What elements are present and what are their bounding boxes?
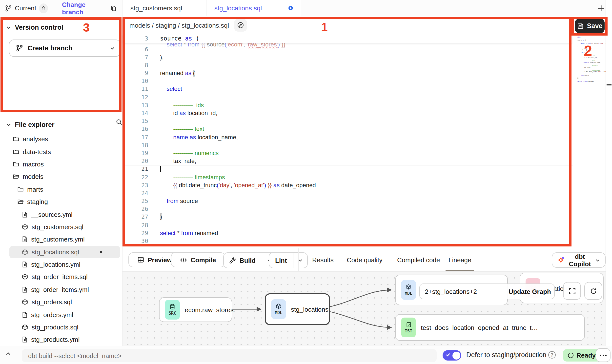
lint-button[interactable]: Lint [269, 252, 308, 268]
file-explorer-item[interactable]: marts [9, 183, 120, 196]
file-explorer-item[interactable]: stg_orders.sql [9, 296, 120, 308]
line-code: id as location_id, [160, 109, 217, 117]
line-code: from source [160, 197, 198, 205]
build-button[interactable]: Build [223, 252, 276, 268]
compile-button[interactable]: Compile [171, 252, 225, 267]
tab-lineage[interactable]: Lineage [449, 248, 471, 271]
file-explorer-item[interactable]: stg_customers.sql [9, 221, 120, 233]
new-tab-button[interactable] [597, 3, 607, 13]
code-line[interactable]: 7 ), [122, 53, 573, 61]
defer-toggle[interactable] [443, 350, 461, 361]
lineage-node-model[interactable]: MDL stg_locations [265, 293, 330, 325]
collapse-chevron-icon[interactable] [5, 351, 11, 357]
code-line[interactable]: 10 [122, 77, 573, 85]
lineage-node-test[interactable]: TST test_does_location_opened_at_trunc_t… [395, 314, 585, 341]
change-branch-link[interactable]: Change branch [62, 1, 104, 16]
update-graph-button[interactable]: Update Graph [505, 284, 554, 299]
file-explorer-item[interactable]: stg_locations.sql [9, 246, 120, 258]
refresh-button[interactable] [584, 282, 602, 300]
file-explorer-item[interactable]: models [9, 170, 120, 183]
code-line[interactable]: 13 ---------- ids [122, 101, 573, 109]
lineage-node-source[interactable]: SRC ecom.raw_stores [159, 297, 232, 322]
lineage-selector-input[interactable]: 2+stg_locations+2 [420, 284, 505, 299]
line-code: ---------- numerics [160, 149, 219, 157]
lint-dropdown-chevron[interactable] [293, 253, 307, 268]
search-icon[interactable] [116, 119, 122, 125]
code-line[interactable]: 17 name as location_name, [122, 133, 573, 141]
wrench-icon [229, 257, 236, 264]
copilot-icon [557, 256, 565, 264]
save-label: Save [587, 22, 602, 30]
file-explorer-item[interactable]: data-tests [9, 145, 120, 158]
code-line[interactable]: 16 ---------- text [122, 125, 573, 133]
line-number: 18 [122, 141, 148, 149]
code-line[interactable]: 9 renamed as ( [122, 69, 573, 77]
tab-stg-locations[interactable]: stg_locations.sql [206, 0, 301, 16]
file-explorer-item[interactable]: stg_order_items.yml [9, 283, 120, 296]
more-options-button[interactable] [596, 348, 611, 362]
file-label: marts [27, 186, 43, 193]
file-label: data-tests [23, 148, 51, 155]
code-line[interactable]: 11 select [122, 85, 573, 93]
create-branch-button[interactable]: Create branch [9, 40, 121, 57]
code-line[interactable]: 19 ---------- numerics [122, 149, 573, 157]
compass-icon[interactable] [234, 19, 247, 32]
code-line[interactable]: 21 [122, 165, 573, 173]
current-branch-label: Current [15, 4, 36, 12]
file-explorer-item[interactable]: stg_customers.yml [9, 233, 120, 246]
create-branch-main[interactable]: Create branch [9, 40, 104, 56]
code-line[interactable]: 24 [122, 189, 573, 197]
file-explorer-item[interactable]: stg_products.sql [9, 321, 120, 334]
code-line[interactable]: 27 ) [122, 213, 573, 221]
code-line[interactable]: 23 {{ dbt.date_trunc('day', 'opened_at')… [122, 181, 573, 189]
lineage-canvas[interactable]: MDL locations atio SRC ecom.raw_stores M… [122, 272, 606, 346]
file-explorer-header[interactable]: File explorer [0, 119, 128, 130]
code-line[interactable]: 8 [122, 61, 573, 69]
file-label: stg_order_items.yml [31, 286, 89, 293]
file-label: stg_locations.sql [32, 248, 79, 256]
tab-stg-customers[interactable]: stg_customers.sql [122, 0, 206, 16]
copy-icon[interactable] [110, 5, 117, 12]
code-line[interactable]: 18 [122, 141, 573, 149]
save-button[interactable]: Save [575, 19, 605, 33]
code-line[interactable]: 26 [122, 205, 573, 213]
file-explorer-item[interactable]: stg_locations.yml [9, 258, 120, 271]
code-line[interactable]: 22 ---------- timestamps [122, 173, 573, 181]
file-explorer-item[interactable]: staging [9, 196, 120, 208]
command-input[interactable]: dbt build --select <model_name> [22, 349, 437, 362]
sticky-line[interactable]: 3 source as ( [122, 34, 572, 43]
panel-drag-handle[interactable] [607, 84, 612, 85]
section-title: Version control [15, 23, 63, 31]
file-explorer-item[interactable]: macros [9, 158, 120, 171]
code-line[interactable]: 29 select * from renamed [122, 229, 573, 237]
code-line[interactable]: 15 [122, 117, 573, 125]
tab-compiled-code[interactable]: Compiled code [397, 248, 440, 271]
fullscreen-button[interactable] [563, 282, 581, 300]
code-line[interactable]: 14 id as location_id, [122, 109, 573, 117]
file-explorer-item[interactable]: __sources.yml [9, 208, 120, 221]
version-control-header[interactable]: Version control [0, 21, 128, 33]
lock-icon [39, 3, 48, 13]
tab-results[interactable]: Results [312, 248, 334, 271]
chevron-down-icon [6, 24, 11, 30]
code-line[interactable]: 30 [122, 237, 573, 245]
code-line[interactable]: 12 [122, 93, 573, 101]
file-explorer-item[interactable]: stg_order_items.sql [9, 271, 120, 283]
file-explorer-item[interactable]: analyses [9, 133, 120, 145]
file-explorer-item[interactable]: stg_orders.yml [9, 308, 120, 321]
model-cube-icon [22, 249, 28, 255]
code-line[interactable]: 25 from source [122, 197, 573, 205]
tab-label: stg_locations.sql [214, 4, 262, 12]
minimap[interactable]: with source as ( select * from {{ source… [577, 37, 606, 96]
tab-code-quality[interactable]: Code quality [347, 248, 383, 271]
code-line[interactable]: 28 [122, 221, 573, 229]
create-branch-dropdown[interactable] [104, 40, 120, 56]
help-icon[interactable]: ? [548, 351, 556, 359]
file-label: models [23, 173, 43, 181]
code-line[interactable]: 20 tax_rate, [122, 157, 573, 165]
toggle-knob [452, 351, 460, 359]
modified-dot-icon [100, 251, 102, 253]
file-explorer-item[interactable]: stg_products.yml [9, 334, 120, 346]
dbt-copilot-button[interactable]: dbt Copilot [552, 252, 606, 268]
toolbar-divider [298, 248, 299, 271]
